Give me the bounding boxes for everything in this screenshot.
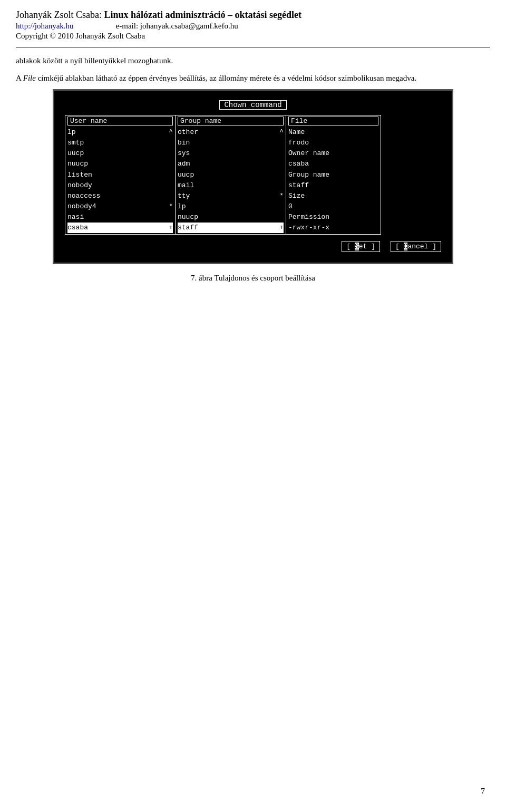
- set-underline-char: S: [355, 243, 359, 250]
- header-copyright: Copyright © 2010 Johanyák Zsolt Csaba: [16, 32, 490, 41]
- header-divider: [16, 47, 490, 47]
- terminal-window: Chown command User name lp^ smtp uucp nu…: [53, 89, 453, 264]
- cancel-button[interactable]: [ Cancel ]: [391, 241, 441, 252]
- file-size-value: 0: [288, 201, 378, 212]
- file-permission-label: Permission: [288, 212, 378, 223]
- user-name-header: User name: [67, 117, 173, 125]
- user-row-smtp: smtp: [67, 138, 173, 148]
- group-row-staff: staff+: [178, 223, 284, 233]
- user-row-uucp: uucp: [67, 148, 173, 159]
- group-row-adm: adm: [178, 159, 284, 169]
- terminal-screenshot: Chown command User name lp^ smtp uucp nu…: [16, 89, 490, 264]
- page-header: Johanyák Zsolt Csaba: Linux hálózati adm…: [16, 9, 490, 41]
- user-row-listen: listen: [67, 170, 173, 180]
- user-row-nuucp: nuucp: [67, 159, 173, 169]
- body-paragraph-2: A File címkéjű ablakban látható az éppen…: [16, 72, 490, 84]
- file-column: File Name frodo Owner name csaba Group n…: [286, 115, 381, 235]
- page-number: 7: [481, 787, 485, 796]
- group-row-uucp: uucp: [178, 170, 284, 180]
- group-name-column: Group name other^ bin sys adm uucp mail: [176, 115, 286, 235]
- group-row-sys: sys: [178, 148, 284, 159]
- group-row-bin: bin: [178, 138, 284, 148]
- group-row-lp: lp: [178, 201, 284, 212]
- file-header: File: [288, 117, 378, 125]
- file-panel: Name frodo Owner name csaba Group name s…: [288, 127, 378, 233]
- chown-command-title: Chown command: [219, 100, 286, 110]
- header-title: Johanyák Zsolt Csaba: Linux hálózati adm…: [16, 9, 490, 21]
- terminal-columns: User name lp^ smtp uucp nuucp listen: [65, 115, 441, 235]
- user-row-csaba: csaba+: [67, 223, 173, 233]
- file-owner-value: csaba: [288, 159, 378, 169]
- group-row-other: other^: [178, 127, 284, 138]
- header-email: e-mail: johanyak.csaba@gamf.kefo.hu: [116, 22, 238, 31]
- user-row-nobody: nobody: [67, 180, 173, 191]
- file-permission-value: -rwxr-xr-x: [288, 223, 378, 233]
- file-size-label: Size: [288, 191, 378, 201]
- header-links: http://johanyak.hu e-mail: johanyak.csab…: [16, 22, 490, 31]
- user-name-column: User name lp^ smtp uucp nuucp listen: [65, 115, 176, 235]
- group-row-tty: tty*: [178, 191, 284, 201]
- group-name-header: Group name: [178, 117, 284, 125]
- figure-caption: 7. ábra Tulajdonos és csoport beállítása: [16, 274, 490, 283]
- group-row-mail: mail: [178, 180, 284, 191]
- body-paragraph-1: ablakok között a nyíl billentyűkkel mozo…: [16, 55, 490, 67]
- user-row-nasi: nasi: [67, 212, 173, 223]
- file-owner-label: Owner name: [288, 148, 378, 159]
- file-group-label: Group name: [288, 170, 378, 180]
- file-group-value: staff: [288, 180, 378, 191]
- set-button[interactable]: [ Set ]: [342, 241, 380, 252]
- user-row-lp: lp^: [67, 127, 173, 138]
- file-name-value: frodo: [288, 138, 378, 148]
- header-url[interactable]: http://johanyak.hu: [16, 22, 74, 31]
- file-name-label: Name: [288, 127, 378, 138]
- group-row-nuucp: nuucp: [178, 212, 284, 223]
- user-row-nobody4: nobody4*: [67, 201, 173, 212]
- terminal-buttons: [ Set ] [ Cancel ]: [65, 241, 441, 252]
- user-row-noaccess: noaccess: [67, 191, 173, 201]
- cancel-underline-char: C: [404, 243, 408, 250]
